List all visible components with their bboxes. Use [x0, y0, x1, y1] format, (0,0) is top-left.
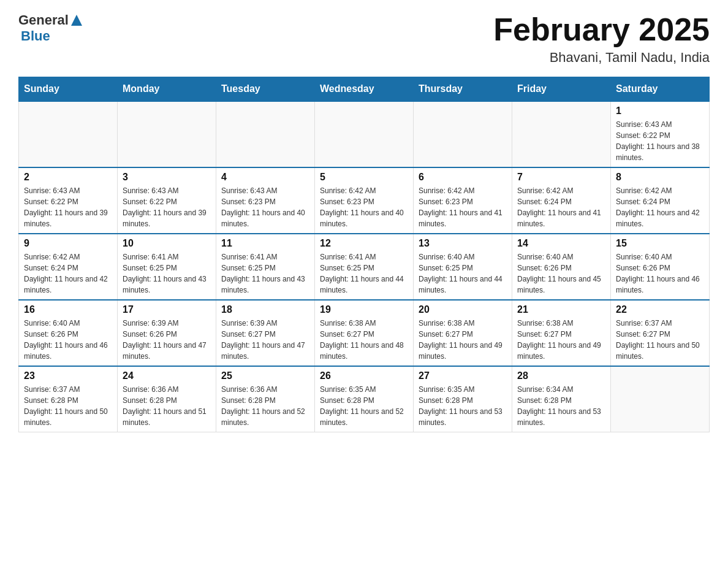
day-number: 22 [616, 304, 704, 315]
day-info: Sunrise: 6:37 AM Sunset: 6:28 PM Dayligh… [24, 384, 112, 428]
day-number: 15 [616, 238, 704, 249]
calendar-cell: 26Sunrise: 6:35 AM Sunset: 6:28 PM Dayli… [315, 366, 414, 432]
day-info: Sunrise: 6:34 AM Sunset: 6:28 PM Dayligh… [517, 384, 605, 428]
logo-blue-text: Blue [21, 28, 50, 44]
calendar-cell [414, 101, 512, 167]
day-number: 19 [320, 304, 408, 315]
day-number: 18 [221, 304, 309, 315]
calendar-cell: 13Sunrise: 6:40 AM Sunset: 6:25 PM Dayli… [414, 234, 512, 300]
day-info: Sunrise: 6:36 AM Sunset: 6:28 PM Dayligh… [221, 384, 309, 428]
day-number: 25 [221, 370, 309, 381]
calendar-cell [611, 366, 710, 432]
svg-marker-0 [71, 15, 82, 26]
day-number: 27 [419, 370, 507, 381]
day-number: 3 [123, 172, 211, 183]
day-number: 7 [517, 172, 605, 183]
day-number: 6 [419, 172, 507, 183]
calendar-cell: 17Sunrise: 6:39 AM Sunset: 6:26 PM Dayli… [118, 300, 216, 366]
calendar-cell: 4Sunrise: 6:43 AM Sunset: 6:23 PM Daylig… [216, 167, 315, 234]
day-info: Sunrise: 6:42 AM Sunset: 6:24 PM Dayligh… [24, 251, 112, 296]
calendar-cell: 20Sunrise: 6:38 AM Sunset: 6:27 PM Dayli… [414, 300, 512, 366]
day-header-sunday: Sunday [19, 77, 118, 102]
day-info: Sunrise: 6:42 AM Sunset: 6:23 PM Dayligh… [320, 185, 408, 229]
calendar-cell: 16Sunrise: 6:40 AM Sunset: 6:26 PM Dayli… [19, 300, 118, 366]
day-number: 16 [24, 304, 112, 315]
day-number: 1 [616, 105, 704, 117]
calendar-cell [315, 101, 414, 167]
day-number: 9 [24, 238, 112, 249]
day-info: Sunrise: 6:43 AM Sunset: 6:22 PM Dayligh… [24, 185, 112, 229]
calendar-cell: 14Sunrise: 6:40 AM Sunset: 6:26 PM Dayli… [512, 234, 611, 300]
calendar-week-row: 16Sunrise: 6:40 AM Sunset: 6:26 PM Dayli… [19, 300, 710, 366]
day-number: 10 [123, 238, 211, 249]
day-info: Sunrise: 6:43 AM Sunset: 6:22 PM Dayligh… [123, 185, 211, 229]
calendar-body: 1Sunrise: 6:43 AM Sunset: 6:22 PM Daylig… [19, 101, 710, 432]
calendar-cell: 15Sunrise: 6:40 AM Sunset: 6:26 PM Dayli… [611, 234, 710, 300]
day-number: 26 [320, 370, 408, 381]
day-info: Sunrise: 6:42 AM Sunset: 6:24 PM Dayligh… [616, 185, 704, 229]
calendar-cell: 2Sunrise: 6:43 AM Sunset: 6:22 PM Daylig… [19, 167, 118, 234]
day-header-tuesday: Tuesday [216, 77, 315, 102]
calendar-cell: 23Sunrise: 6:37 AM Sunset: 6:28 PM Dayli… [19, 366, 118, 432]
day-number: 14 [517, 238, 605, 249]
calendar-cell: 19Sunrise: 6:38 AM Sunset: 6:27 PM Dayli… [315, 300, 414, 366]
day-number: 12 [320, 238, 408, 249]
calendar-cell: 10Sunrise: 6:41 AM Sunset: 6:25 PM Dayli… [118, 234, 216, 300]
day-info: Sunrise: 6:41 AM Sunset: 6:25 PM Dayligh… [123, 251, 211, 296]
day-number: 24 [123, 370, 211, 381]
day-info: Sunrise: 6:41 AM Sunset: 6:25 PM Dayligh… [320, 251, 408, 296]
calendar-cell: 22Sunrise: 6:37 AM Sunset: 6:27 PM Dayli… [611, 300, 710, 366]
calendar-subtitle: Bhavani, Tamil Nadu, India [493, 50, 710, 66]
day-number: 13 [419, 238, 507, 249]
logo-triangle-icon [70, 13, 83, 27]
logo: General Blue [18, 12, 83, 44]
day-info: Sunrise: 6:41 AM Sunset: 6:25 PM Dayligh… [221, 251, 309, 296]
calendar-cell: 11Sunrise: 6:41 AM Sunset: 6:25 PM Dayli… [216, 234, 315, 300]
calendar-header: SundayMondayTuesdayWednesdayThursdayFrid… [19, 77, 710, 102]
calendar-cell: 25Sunrise: 6:36 AM Sunset: 6:28 PM Dayli… [216, 366, 315, 432]
day-info: Sunrise: 6:43 AM Sunset: 6:23 PM Dayligh… [221, 185, 309, 229]
calendar-cell [512, 101, 611, 167]
calendar-cell: 5Sunrise: 6:42 AM Sunset: 6:23 PM Daylig… [315, 167, 414, 234]
day-info: Sunrise: 6:39 AM Sunset: 6:26 PM Dayligh… [123, 318, 211, 362]
day-info: Sunrise: 6:40 AM Sunset: 6:25 PM Dayligh… [419, 251, 507, 296]
day-info: Sunrise: 6:38 AM Sunset: 6:27 PM Dayligh… [517, 318, 605, 362]
day-info: Sunrise: 6:40 AM Sunset: 6:26 PM Dayligh… [24, 318, 112, 362]
calendar-week-row: 2Sunrise: 6:43 AM Sunset: 6:22 PM Daylig… [19, 167, 710, 234]
day-info: Sunrise: 6:35 AM Sunset: 6:28 PM Dayligh… [419, 384, 507, 428]
calendar-cell: 8Sunrise: 6:42 AM Sunset: 6:24 PM Daylig… [611, 167, 710, 234]
calendar-cell [19, 101, 118, 167]
day-info: Sunrise: 6:42 AM Sunset: 6:24 PM Dayligh… [517, 185, 605, 229]
calendar-cell: 21Sunrise: 6:38 AM Sunset: 6:27 PM Dayli… [512, 300, 611, 366]
day-info: Sunrise: 6:43 AM Sunset: 6:22 PM Dayligh… [616, 119, 704, 163]
day-header-row: SundayMondayTuesdayWednesdayThursdayFrid… [19, 77, 710, 102]
day-header-friday: Friday [512, 77, 611, 102]
calendar-week-row: 1Sunrise: 6:43 AM Sunset: 6:22 PM Daylig… [19, 101, 710, 167]
calendar-cell: 9Sunrise: 6:42 AM Sunset: 6:24 PM Daylig… [19, 234, 118, 300]
calendar-cell: 18Sunrise: 6:39 AM Sunset: 6:27 PM Dayli… [216, 300, 315, 366]
day-number: 5 [320, 172, 408, 183]
day-number: 2 [24, 172, 112, 183]
calendar-title: February 2025 [493, 12, 710, 47]
day-info: Sunrise: 6:38 AM Sunset: 6:27 PM Dayligh… [320, 318, 408, 362]
day-number: 11 [221, 238, 309, 249]
day-header-wednesday: Wednesday [315, 77, 414, 102]
day-number: 4 [221, 172, 309, 183]
day-info: Sunrise: 6:39 AM Sunset: 6:27 PM Dayligh… [221, 318, 309, 362]
calendar-cell: 7Sunrise: 6:42 AM Sunset: 6:24 PM Daylig… [512, 167, 611, 234]
day-info: Sunrise: 6:36 AM Sunset: 6:28 PM Dayligh… [123, 384, 211, 428]
day-header-saturday: Saturday [611, 77, 710, 102]
calendar-table: SundayMondayTuesdayWednesdayThursdayFrid… [18, 77, 710, 432]
day-header-thursday: Thursday [414, 77, 512, 102]
day-header-monday: Monday [118, 77, 216, 102]
day-number: 23 [24, 370, 112, 381]
calendar-cell: 6Sunrise: 6:42 AM Sunset: 6:23 PM Daylig… [414, 167, 512, 234]
day-info: Sunrise: 6:40 AM Sunset: 6:26 PM Dayligh… [616, 251, 704, 296]
calendar-cell: 28Sunrise: 6:34 AM Sunset: 6:28 PM Dayli… [512, 366, 611, 432]
day-number: 21 [517, 304, 605, 315]
day-number: 8 [616, 172, 704, 183]
calendar-cell [118, 101, 216, 167]
day-info: Sunrise: 6:38 AM Sunset: 6:27 PM Dayligh… [419, 318, 507, 362]
logo-general-text: General [18, 12, 69, 28]
calendar-cell [216, 101, 315, 167]
